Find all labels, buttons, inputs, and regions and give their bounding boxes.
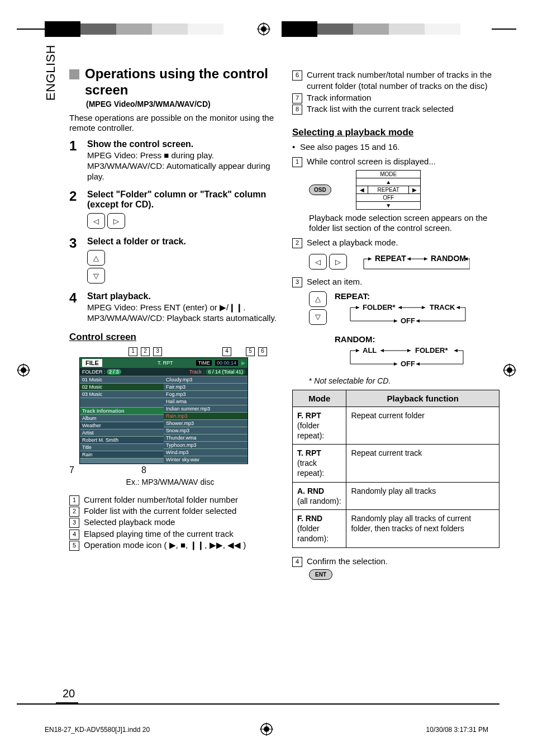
section-subtitle: (MPEG Video/MP3/WMA/WAV/CD)	[86, 100, 277, 108]
repeat-cycle: FOLDER* TRACK OFF	[342, 302, 471, 327]
svg-text:FOLDER*: FOLDER*	[415, 346, 448, 355]
osd-button[interactable]: OSD	[309, 185, 331, 195]
function-cell: Repeat current track	[346, 445, 499, 483]
legend-list: 1Current folder number/total folder numb…	[69, 494, 277, 551]
track-item: Rain.mp3	[164, 413, 248, 420]
callout-number: 7	[292, 93, 302, 103]
track-item: Shower.mp3	[164, 420, 248, 427]
mode-popup: MODE ▲ ◀REPEAT▶ OFF ▼	[356, 170, 421, 210]
track-item: Thunder.wma	[164, 434, 248, 442]
right-column: 6Current track number/total number of tr…	[292, 66, 499, 580]
top-decor-bar	[0, 21, 533, 37]
svg-rect-0	[45, 21, 80, 37]
footer-rule	[17, 702, 499, 705]
folder-item: 03 Music	[80, 391, 164, 398]
callout-number: 1	[69, 495, 79, 505]
time-label: TIME	[196, 360, 212, 366]
up-arrow-button[interactable]: △	[87, 250, 105, 266]
substep-text: Select a playback mode.	[307, 237, 398, 248]
svg-rect-9	[282, 21, 317, 37]
svg-marker-25	[407, 257, 411, 261]
legend-list: 6Current track number/total number of tr…	[292, 69, 499, 115]
step-heading: Select "Folder" column or "Track" column…	[87, 190, 277, 210]
svg-marker-49	[416, 319, 420, 323]
left-arrow-button[interactable]: ◁	[309, 254, 327, 270]
after-osd-text: Playback mode selection screen appears o…	[309, 213, 499, 234]
page-number: 20	[63, 687, 75, 700]
folder-item: 01 Music	[80, 376, 164, 384]
track-info-row: Robert M. Smith	[80, 437, 164, 444]
step-body: MPEG Video: Press ■ during play. MP3/WMA…	[87, 150, 277, 182]
print-meta-left: EN18-27_KD-ADV5580[J]1.indd 20	[45, 726, 150, 734]
function-cell: Randomly play all tracks of current fold…	[346, 510, 499, 548]
track-item: Hail.wma	[164, 398, 248, 405]
callout-number: 8	[141, 465, 146, 475]
substep-text: Confirm the selection.	[307, 556, 388, 567]
substep-text: Select an item.	[307, 276, 362, 287]
folder-item: 02 Music	[80, 384, 164, 391]
mode-cell: F. RPT(folder repeat):	[293, 407, 346, 445]
legend-text: Folder list with the current folder sele…	[84, 505, 236, 517]
step-body: MPEG Video: Press ENT (enter) or ▶/❙❙. M…	[87, 303, 277, 324]
svg-marker-28	[368, 257, 372, 261]
svg-marker-39	[422, 306, 425, 309]
track-info-row: Artist	[80, 429, 164, 437]
callout-number: 8	[292, 105, 302, 115]
track-item: Fair.mp3	[164, 384, 248, 391]
selecting-playback-heading: Selecting a playback mode	[292, 127, 499, 138]
mode-cell: T. RPT(track repeat):	[293, 445, 346, 483]
svg-marker-55	[407, 349, 411, 352]
right-arrow-button[interactable]: ▷	[329, 254, 347, 270]
ent-button[interactable]: ENT	[309, 569, 332, 580]
callout-number: 4	[69, 530, 79, 540]
callout-number: 6	[258, 347, 267, 356]
track-item: Indian summer.mp3	[164, 405, 248, 413]
down-arrow-button[interactable]: ▽	[309, 309, 327, 325]
svg-rect-10	[317, 23, 353, 35]
callout-number: 3	[153, 347, 162, 356]
svg-marker-38	[398, 306, 402, 309]
down-arrow-button[interactable]: ▽	[87, 268, 105, 284]
substep-num: 3	[292, 277, 302, 287]
svg-marker-43	[456, 306, 460, 309]
right-arrow-button[interactable]: ▷	[107, 213, 125, 229]
steps-list: Show the control screen. MPEG Video: Pre…	[69, 139, 277, 324]
legend-text: Operation mode icon ( ▶, ■, ❙❙, ▶▶, ◀◀ )	[84, 540, 246, 551]
svg-rect-66	[17, 703, 56, 705]
track-info-row: Weather	[80, 422, 164, 429]
folder-label: FOLDER :	[82, 369, 106, 375]
intro-text: These operations are possible on the mon…	[69, 113, 277, 134]
svg-text:RANDOM: RANDOM	[431, 254, 466, 263]
track-label: Track :	[189, 369, 204, 375]
svg-text:OFF: OFF	[401, 316, 415, 325]
random-label: RANDOM:	[335, 334, 471, 344]
registration-mark-icon	[260, 722, 273, 736]
control-screen-figure: 1 2 3 4 5 6 FILE T. RPT TIME	[64, 347, 277, 486]
callout-number: 1	[129, 347, 137, 356]
svg-rect-12	[389, 23, 425, 35]
track-item: Wind.mp3	[164, 449, 248, 456]
legend-text: Track list with the current track select…	[307, 103, 454, 115]
svg-text:REPEAT: REPEAT	[375, 254, 406, 263]
registration-mark-icon	[257, 22, 270, 36]
track-info-header: Track Information	[80, 408, 164, 415]
random-cycle: ALL FOLDER* OFF	[342, 345, 471, 370]
substep-num: 4	[292, 557, 302, 567]
figure-caption: Ex.: MP3/WMA/WAV disc	[64, 478, 277, 486]
svg-marker-26	[424, 257, 427, 261]
table-header: Mode	[293, 390, 346, 407]
left-arrow-button[interactable]: ◁	[87, 213, 105, 229]
callout-number: 4	[222, 347, 231, 356]
legend-text: Elapsed playing time of the current trac…	[84, 528, 234, 540]
svg-text:FOLDER*: FOLDER*	[363, 303, 396, 311]
legend-text: Current track number/total number of tra…	[307, 69, 499, 92]
callout-number: 3	[69, 518, 79, 528]
left-column: Operations using the control screen (MPE…	[69, 66, 277, 580]
mode-cell: A. RND(all random):	[293, 482, 346, 509]
track-value: 6 / 14 (Total 41)	[206, 369, 245, 375]
up-arrow-button[interactable]: △	[309, 291, 327, 307]
time-value: 00:00:14	[215, 360, 238, 366]
callout-number: 7	[69, 465, 74, 475]
control-screen-heading: Control screen	[69, 332, 277, 343]
svg-rect-1	[80, 23, 116, 35]
